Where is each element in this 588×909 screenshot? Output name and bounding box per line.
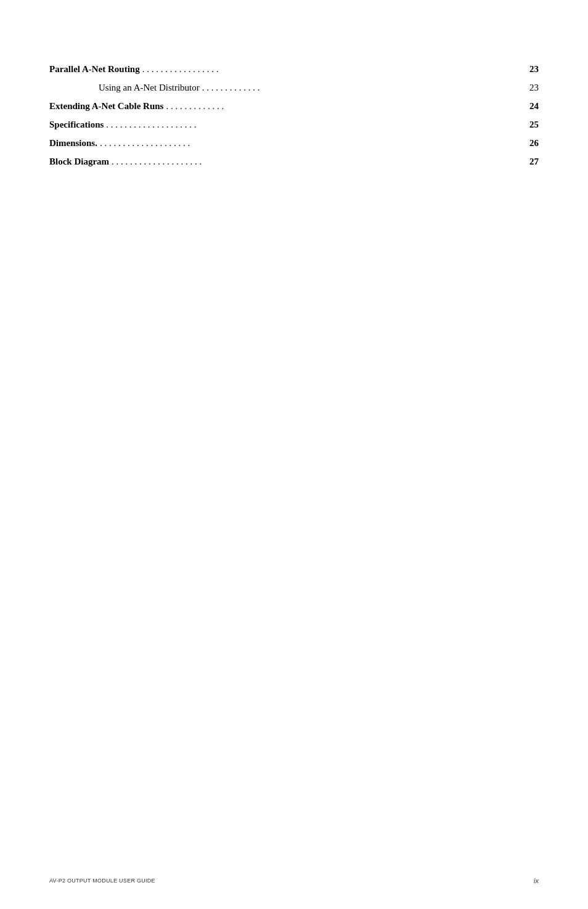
toc-page: 27 <box>529 154 539 169</box>
toc-label: Specifications <box>49 117 104 132</box>
footer-title: AV-P2 Output Module User Guide <box>49 878 155 884</box>
table-of-contents: Parallel A-Net Routing . . . . . . . . .… <box>49 62 539 169</box>
toc-dots: . . . . . . . . . . . . . . . . . <box>142 62 527 76</box>
toc-label: Block Diagram <box>49 154 109 169</box>
toc-dots: . . . . . . . . . . . . . . . . . . . . <box>112 154 527 169</box>
toc-page: 26 <box>529 136 539 150</box>
toc-entry-parallel-a-net-routing[interactable]: Parallel A-Net Routing . . . . . . . . .… <box>49 62 539 76</box>
toc-entry-extending-a-net-cable-runs[interactable]: Extending A-Net Cable Runs . . . . . . .… <box>49 99 539 113</box>
toc-page: 23 <box>529 80 539 95</box>
toc-dots: . . . . . . . . . . . . . . . . . . . . <box>106 117 527 132</box>
toc-entry-block-diagram[interactable]: Block Diagram . . . . . . . . . . . . . … <box>49 154 539 169</box>
toc-page: 24 <box>529 99 539 113</box>
toc-entry-using-a-net-distributor[interactable]: Using an A-Net Distributor . . . . . . .… <box>49 80 539 95</box>
toc-entry-dimensions[interactable]: Dimensions. . . . . . . . . . . . . . . … <box>49 136 539 150</box>
toc-dots: . . . . . . . . . . . . . <box>166 99 527 113</box>
toc-dots: . . . . . . . . . . . . . <box>202 80 527 95</box>
toc-label: Parallel A-Net Routing <box>49 62 140 76</box>
toc-page: 25 <box>529 117 539 132</box>
toc-label: Extending A-Net Cable Runs <box>49 99 163 113</box>
page-footer: AV-P2 Output Module User Guide ix <box>49 877 539 884</box>
toc-page: 23 <box>529 62 539 76</box>
toc-label: Dimensions. <box>49 136 97 150</box>
toc-label: Using an A-Net Distributor <box>99 80 200 95</box>
toc-dots: . . . . . . . . . . . . . . . . . . . . <box>100 136 527 150</box>
page-number: ix <box>534 877 539 884</box>
toc-entry-specifications[interactable]: Specifications . . . . . . . . . . . . .… <box>49 117 539 132</box>
